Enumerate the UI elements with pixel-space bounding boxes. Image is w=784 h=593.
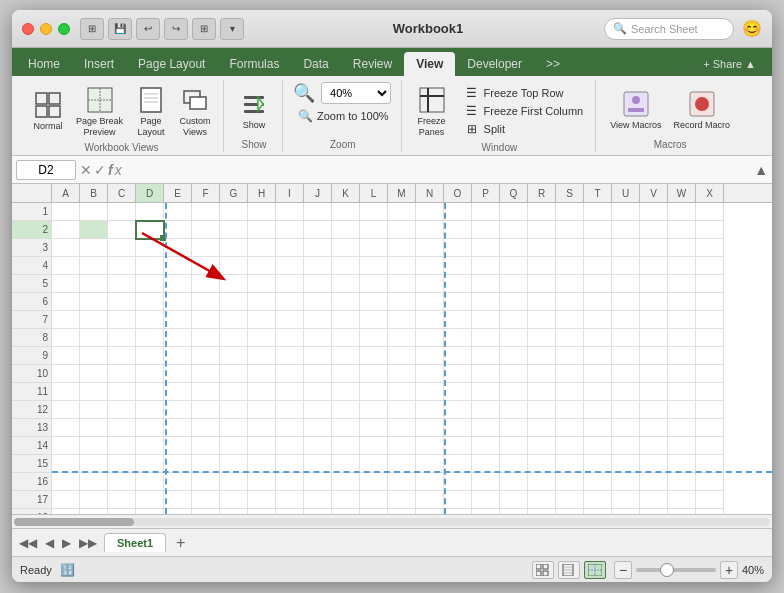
- cell-g9[interactable]: [220, 347, 248, 365]
- cell-k18[interactable]: [332, 509, 360, 514]
- cell-j14[interactable]: [304, 437, 332, 455]
- cell-l11[interactable]: [360, 383, 388, 401]
- cell-r10[interactable]: [528, 365, 556, 383]
- cell-l18[interactable]: [360, 509, 388, 514]
- cell-a6[interactable]: [52, 293, 80, 311]
- cell-h17[interactable]: [248, 491, 276, 509]
- cell-t9[interactable]: [584, 347, 612, 365]
- cell-t10[interactable]: [584, 365, 612, 383]
- cell-t8[interactable]: [584, 329, 612, 347]
- cell-m7[interactable]: [388, 311, 416, 329]
- cell-i10[interactable]: [276, 365, 304, 383]
- col-header-c[interactable]: C: [108, 184, 136, 202]
- cell-b5[interactable]: [80, 275, 108, 293]
- row-header-6[interactable]: 6: [12, 293, 52, 311]
- cell-g11[interactable]: [220, 383, 248, 401]
- col-header-f[interactable]: F: [192, 184, 220, 202]
- cell-n10[interactable]: [416, 365, 444, 383]
- cell-j2[interactable]: [304, 221, 332, 239]
- cell-l16[interactable]: [360, 473, 388, 491]
- cell-i9[interactable]: [276, 347, 304, 365]
- cell-j9[interactable]: [304, 347, 332, 365]
- cell-o8[interactable]: [444, 329, 472, 347]
- cell-s16[interactable]: [556, 473, 584, 491]
- view-macros-button[interactable]: View Macros: [606, 86, 665, 133]
- cell-t16[interactable]: [584, 473, 612, 491]
- cell-e17[interactable]: [164, 491, 192, 509]
- zoom-select[interactable]: 40% 50% 75% 100%: [321, 82, 391, 104]
- page-layout-button[interactable]: PageLayout: [131, 82, 171, 140]
- cell-p7[interactable]: [472, 311, 500, 329]
- cell-q5[interactable]: [500, 275, 528, 293]
- col-header-o[interactable]: O: [444, 184, 472, 202]
- cell-b13[interactable]: [80, 419, 108, 437]
- cell-a8[interactable]: [52, 329, 80, 347]
- cell-l14[interactable]: [360, 437, 388, 455]
- row-header-13[interactable]: 13: [12, 419, 52, 437]
- cell-a11[interactable]: [52, 383, 80, 401]
- cell-e12[interactable]: [164, 401, 192, 419]
- cell-w1[interactable]: [668, 203, 696, 221]
- cell-v6[interactable]: [640, 293, 668, 311]
- cell-l7[interactable]: [360, 311, 388, 329]
- cell-r11[interactable]: [528, 383, 556, 401]
- cell-r4[interactable]: [528, 257, 556, 275]
- cell-q13[interactable]: [500, 419, 528, 437]
- normal-view-icon-btn[interactable]: [532, 561, 554, 579]
- cell-r14[interactable]: [528, 437, 556, 455]
- cell-f6[interactable]: [192, 293, 220, 311]
- cell-x11[interactable]: [696, 383, 724, 401]
- cell-o18[interactable]: [444, 509, 472, 514]
- cell-v1[interactable]: [640, 203, 668, 221]
- cell-o10[interactable]: [444, 365, 472, 383]
- cell-w16[interactable]: [668, 473, 696, 491]
- cell-o9[interactable]: [444, 347, 472, 365]
- cell-l10[interactable]: [360, 365, 388, 383]
- cell-h16[interactable]: [248, 473, 276, 491]
- cell-u18[interactable]: [612, 509, 640, 514]
- cell-v10[interactable]: [640, 365, 668, 383]
- cell-w7[interactable]: [668, 311, 696, 329]
- cell-r17[interactable]: [528, 491, 556, 509]
- cell-a2[interactable]: [52, 221, 80, 239]
- cell-e2[interactable]: [164, 221, 192, 239]
- cell-m5[interactable]: [388, 275, 416, 293]
- cell-r3[interactable]: [528, 239, 556, 257]
- cell-l6[interactable]: [360, 293, 388, 311]
- cell-b4[interactable]: [80, 257, 108, 275]
- cell-d1[interactable]: [136, 203, 164, 221]
- cell-s10[interactable]: [556, 365, 584, 383]
- cell-w6[interactable]: [668, 293, 696, 311]
- cell-r16[interactable]: [528, 473, 556, 491]
- cell-g2[interactable]: [220, 221, 248, 239]
- cell-w10[interactable]: [668, 365, 696, 383]
- row-header-11[interactable]: 11: [12, 383, 52, 401]
- cell-c7[interactable]: [108, 311, 136, 329]
- cell-p16[interactable]: [472, 473, 500, 491]
- page-break-preview-button[interactable]: Page BreakPreview: [72, 82, 127, 140]
- cell-m6[interactable]: [388, 293, 416, 311]
- cell-u11[interactable]: [612, 383, 640, 401]
- cell-n9[interactable]: [416, 347, 444, 365]
- toolbar-icon-4[interactable]: ↪: [164, 18, 188, 40]
- cell-n7[interactable]: [416, 311, 444, 329]
- row-header-12[interactable]: 12: [12, 401, 52, 419]
- col-header-m[interactable]: M: [388, 184, 416, 202]
- scroll-thumb[interactable]: [14, 518, 134, 526]
- cell-i7[interactable]: [276, 311, 304, 329]
- cell-g18[interactable]: [220, 509, 248, 514]
- cell-f18[interactable]: [192, 509, 220, 514]
- cell-s1[interactable]: [556, 203, 584, 221]
- function-icon[interactable]: f: [108, 162, 113, 178]
- cell-a1[interactable]: [52, 203, 80, 221]
- cell-e6[interactable]: [164, 293, 192, 311]
- cell-s5[interactable]: [556, 275, 584, 293]
- cell-f9[interactable]: [192, 347, 220, 365]
- toolbar-icon-1[interactable]: ⊞: [80, 18, 104, 40]
- cell-r1[interactable]: [528, 203, 556, 221]
- cell-h6[interactable]: [248, 293, 276, 311]
- cell-e7[interactable]: [164, 311, 192, 329]
- row-header-18[interactable]: 18: [12, 509, 52, 514]
- cell-d9[interactable]: [136, 347, 164, 365]
- cell-u2[interactable]: [612, 221, 640, 239]
